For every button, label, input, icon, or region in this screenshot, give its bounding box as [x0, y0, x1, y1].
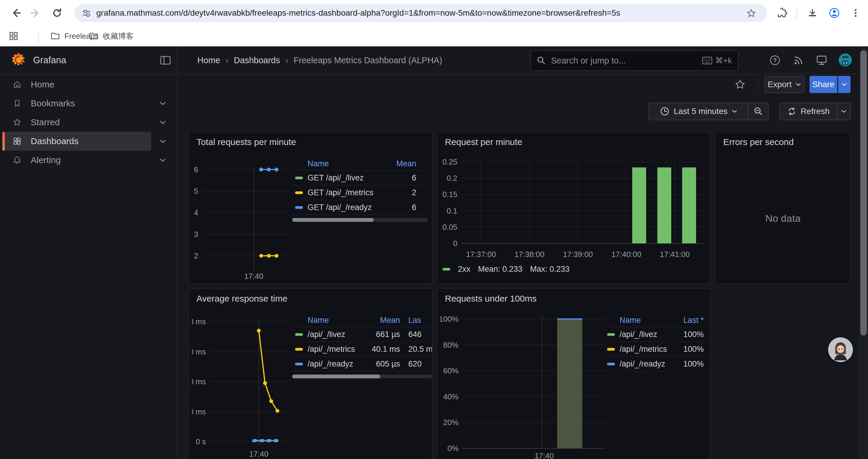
refresh-group: Refresh [779, 102, 851, 120]
bookmark-folder-blogs[interactable]: 收藏博客 [89, 29, 133, 43]
favorite-star-icon[interactable] [733, 77, 747, 92]
panel-title[interactable]: Request per minute [445, 137, 522, 147]
scrollbar-thumb[interactable] [860, 50, 867, 335]
url-text[interactable]: grafana.mathmast.com/d/deytv4rwavabkb/fr… [96, 8, 737, 18]
brand-title[interactable]: Grafana [33, 55, 66, 66]
panel-title[interactable]: Average response time [196, 294, 287, 304]
extensions-icon[interactable] [775, 6, 788, 20]
time-range-picker[interactable]: Last 5 minutes [649, 103, 748, 120]
legend-series-name[interactable]: GET /api/_/readyz [308, 203, 384, 212]
export-button[interactable]: Export [764, 76, 804, 93]
chevron-down-icon[interactable] [158, 132, 167, 151]
profile-icon[interactable] [828, 6, 841, 20]
help-icon[interactable]: ? [768, 54, 782, 67]
clock-icon [660, 107, 670, 116]
chevron-down-icon[interactable] [158, 151, 167, 169]
legend-scrollbar-thumb[interactable] [292, 374, 380, 379]
back-icon[interactable] [10, 4, 23, 22]
y-tick-label: 0% [447, 444, 459, 453]
legend-series-name[interactable]: /api/_/livez [620, 330, 671, 339]
forward-icon[interactable] [29, 4, 42, 22]
legend-header: NameMean [292, 157, 428, 171]
legend-series-name[interactable]: /api/_/livez [308, 330, 358, 339]
folder-icon [50, 31, 60, 41]
request-per-minute-chart[interactable]: 00.050.10.150.20.2517:37:0017:38:0017:39… [440, 152, 709, 266]
grafana-logo-icon[interactable] [11, 52, 27, 68]
address-bar[interactable]: grafana.mathmast.com/d/deytv4rwavabkb/fr… [74, 4, 767, 22]
zoom-out-button[interactable] [749, 103, 768, 120]
data-point [263, 381, 267, 385]
legend-series-name[interactable]: /api/_/readyz [308, 359, 358, 369]
breadcrumb: Home Dashboards Freeleaps Metrics Dashbo… [197, 55, 442, 65]
legend-series-name[interactable]: 2xx [458, 265, 470, 274]
monitor-icon[interactable] [815, 54, 829, 67]
legend-column-header[interactable]: Mean [358, 316, 402, 325]
sidebar-item-alerting[interactable]: Alerting [2, 151, 151, 169]
search-shortcut: ⌘+k [702, 56, 732, 65]
assistant-avatar[interactable] [828, 337, 853, 362]
sidebar-item-dashboards[interactable]: Dashboards [2, 132, 151, 151]
legend-max: Max: 0.233 [530, 265, 569, 274]
legend-column-header[interactable]: Name [620, 316, 671, 325]
bookmark-star-icon[interactable] [746, 8, 757, 19]
dock-menu-icon[interactable] [159, 54, 172, 67]
legend-scrollbar[interactable] [292, 374, 432, 379]
legend-column-header[interactable]: Name [308, 159, 384, 168]
legend-value-last: 20.5 m [402, 345, 432, 354]
legend-row: GET /api/_/livez6 [292, 171, 428, 186]
panel-title[interactable]: Errors per second [723, 137, 794, 147]
news-rss-icon[interactable] [792, 54, 805, 67]
search-input[interactable]: Search or jump to... ⌘+k [530, 50, 738, 71]
menu-kebab-icon[interactable] [850, 6, 862, 20]
legend-row: /api/_/livez100% [604, 327, 706, 342]
average-response-time-chart[interactable]: 80 ms60 ms40 ms20 ms0 s17:40 [192, 311, 289, 459]
y-tick-label: 0.05 [442, 223, 457, 232]
bookmarks-divider [38, 31, 39, 42]
breadcrumb-dashboards[interactable]: Dashboards [234, 56, 280, 65]
share-dropdown-button[interactable] [838, 76, 850, 93]
keyboard-icon [702, 57, 712, 64]
x-tick-label: 17:40:00 [611, 250, 641, 259]
y-tick-label: 5 [194, 187, 198, 196]
legend-column-header[interactable]: Mean [384, 159, 428, 168]
apps-grid-icon[interactable] [7, 30, 20, 42]
data-point [252, 439, 255, 442]
y-tick-label: 100% [440, 315, 459, 323]
legend-scrollbar[interactable] [292, 218, 428, 222]
legend-series-name[interactable]: GET /api/_/livez [308, 173, 384, 183]
panel-title[interactable]: Total requests per minute [196, 137, 296, 147]
requests-under-100ms-chart[interactable]: 100%80%60%40%20%0%17:40 [440, 308, 623, 459]
sidebar-item-bookmarks[interactable]: Bookmarks [2, 94, 151, 113]
legend-value-last: 100% [671, 330, 706, 339]
bookmark-icon [13, 99, 21, 107]
legend-swatch [295, 206, 303, 209]
legend-series-name[interactable]: /api/_/readyz [620, 359, 671, 369]
legend-series-name[interactable]: /api/_/metrics [308, 345, 358, 354]
legend-series-name[interactable]: /api/_/metrics [620, 345, 671, 354]
sidebar-item-starred[interactable]: Starred [2, 113, 151, 132]
download-icon[interactable] [806, 6, 819, 20]
refresh-button[interactable]: Refresh [780, 103, 837, 120]
zoom-out-icon [753, 106, 764, 117]
panel-title[interactable]: Requests under 100ms [445, 294, 536, 304]
refresh-interval-dropdown[interactable] [837, 103, 850, 120]
share-button[interactable]: Share [809, 76, 837, 93]
site-settings-icon[interactable] [82, 8, 92, 18]
panel-errors-per-second: Errors per second No data [715, 132, 851, 284]
legend-column-header[interactable]: Last * [671, 316, 706, 325]
reload-icon[interactable] [51, 4, 64, 22]
chevron-down-icon[interactable] [158, 113, 167, 132]
total-requests-chart[interactable]: 6543217:40 [192, 155, 289, 284]
legend-swatch [607, 348, 615, 351]
legend-column-header[interactable]: Name [308, 316, 358, 325]
legend-column-header[interactable]: Las [402, 316, 432, 325]
page-scrollbar[interactable] [859, 47, 868, 459]
legend-value-mean: 661 µs [358, 330, 402, 339]
legend-scrollbar-thumb[interactable] [292, 218, 374, 222]
legend[interactable]: 2xx Mean: 0.233 Max: 0.233 [442, 264, 569, 274]
chevron-down-icon[interactable] [158, 94, 167, 113]
user-avatar[interactable] [838, 53, 852, 67]
breadcrumb-home[interactable]: Home [197, 56, 220, 65]
sidebar-item-home[interactable]: Home [2, 75, 151, 94]
legend-series-name[interactable]: GET /api/_/metrics [308, 188, 384, 197]
